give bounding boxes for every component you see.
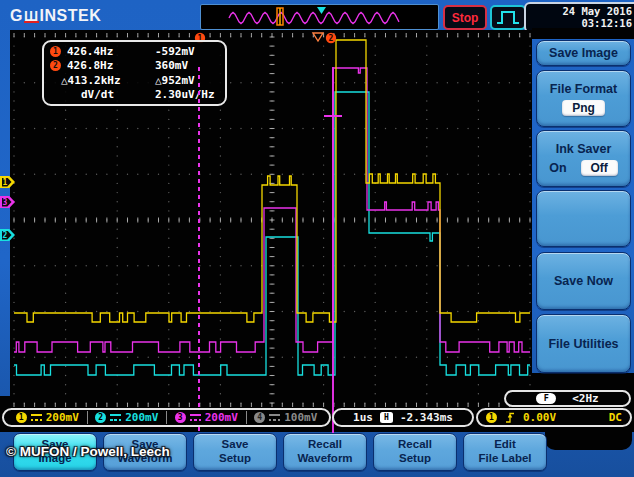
dvdt-readout: dV/dt 2.30uV/Hz — [50, 88, 219, 103]
ch3-icon: 3 — [175, 412, 186, 423]
display-corner-notch — [545, 428, 632, 450]
sidebar-button-save-now[interactable]: Save Now — [536, 252, 631, 310]
trigger-mode-indicator — [490, 5, 526, 30]
delta-readout: △413.2kHz △952mV — [50, 73, 219, 88]
frequency-counter-icon: F — [536, 393, 556, 404]
file-format-value: Png — [562, 100, 605, 116]
ch4-vdiv: 100mV — [284, 411, 317, 424]
trigger-coupling: DC — [609, 411, 622, 424]
ch4-icon: 4 — [254, 412, 265, 423]
sidebar-button-ink-saver[interactable]: Ink Saver On Off — [536, 130, 631, 187]
timebase-readout: 1us H -2.343ms — [332, 408, 474, 427]
h-cursor-1-line[interactable] — [198, 67, 200, 433]
ch1-vdiv: 200mV — [46, 411, 79, 424]
menu-button-recall-waveform[interactable]: Recall Waveform — [283, 433, 367, 471]
horizontal-position-icon: H — [380, 412, 393, 423]
ch2-icon: 2 — [95, 412, 106, 423]
ch1-vdiv-readout: 1 200mV — [8, 411, 87, 424]
frequency-counter-readout: F <2Hz — [504, 390, 631, 407]
ch2-vdiv: 200mV — [125, 411, 158, 424]
delta-frequency: △413.2kHz — [61, 74, 155, 87]
menu-button-recall-setup[interactable]: Recall Setup — [373, 433, 457, 471]
cursor1-readout: 1 426.4Hz -592mV — [50, 44, 219, 59]
stop-label: Stop — [452, 11, 479, 25]
brand-logo-g: G — [10, 7, 23, 25]
svg-text:2: 2 — [329, 34, 334, 43]
frequency-counter-value: <2Hz — [572, 392, 599, 405]
rising-edge-icon — [504, 411, 516, 424]
pulse-icon — [494, 9, 522, 26]
trigger-level: 0.00V — [523, 411, 556, 424]
ch1-icon: 1 — [16, 412, 27, 423]
acquisition-preview-bar — [200, 4, 439, 30]
ch2-vdiv-readout: 2 200mV — [87, 411, 167, 424]
ch2-coupling-icon — [110, 414, 121, 421]
sidebar-button-save-image[interactable]: Save Image — [536, 40, 631, 66]
ch3-vdiv: 200mV — [205, 411, 238, 424]
timebase-value: 1us — [353, 411, 373, 424]
cursor1-marker-icon: 1 — [50, 46, 61, 57]
run-stop-status: Stop — [443, 5, 487, 30]
sidebar-button-file-format[interactable]: File Format Png — [536, 70, 631, 127]
cursor2-frequency: 426.8Hz — [67, 59, 155, 72]
menu-button-save-setup[interactable]: Save Setup — [193, 433, 277, 471]
ink-saver-off-option[interactable]: Off — [581, 160, 618, 176]
ch1-coupling-icon — [31, 414, 42, 421]
ink-saver-on-option[interactable]: On — [549, 161, 566, 175]
cursor1-frequency: 426.4Hz — [67, 45, 155, 58]
brand-logo: GШINSTEK — [10, 7, 101, 25]
date-text: 24 May 2016 — [526, 5, 632, 17]
brand-logo-w: Ш — [24, 8, 39, 24]
ch3-vdiv-readout: 3 200mV — [166, 411, 246, 424]
h-cursor-2-line[interactable] — [332, 67, 334, 433]
cursor2-voltage: 360mV — [155, 59, 188, 72]
horizontal-position-value: -2.343ms — [400, 411, 453, 424]
ch3-coupling-icon — [190, 414, 201, 421]
bezel-black-strip — [532, 28, 634, 39]
credit-watermark: © MUFON / Powell, Leech — [6, 444, 170, 459]
sidebar-button-blank[interactable] — [536, 190, 631, 247]
cursor2-readout: 2 426.8Hz 360mV — [50, 59, 219, 74]
ch4-coupling-icon — [269, 414, 280, 421]
sidebar-button-file-utilities[interactable]: File Utilities — [536, 314, 631, 373]
scope-graticule-display: 12 1 426.4Hz -592mV 2 426.8Hz 360mV △413… — [10, 30, 532, 430]
ch4-vdiv-readout: 4 100mV — [246, 411, 326, 424]
menu-button-edit-file-label[interactable]: Edit File Label — [463, 433, 547, 471]
cursor1-voltage: -592mV — [155, 45, 195, 58]
trigger-source-icon: 1 — [486, 412, 497, 423]
brand-logo-rest: INSTEK — [40, 7, 102, 25]
dvdt-value: 2.30uV/Hz — [155, 88, 215, 101]
trigger-readout: 1 0.00V DC — [476, 408, 632, 427]
delta-voltage: △952mV — [155, 74, 195, 87]
dvdt-label: dV/dt — [67, 88, 155, 101]
cursor2-marker-icon: 2 — [50, 60, 61, 71]
channel-settings-bar: 1 200mV 2 200mV 3 200mV 4 100mV — [2, 408, 331, 427]
preview-waveform-icon — [201, 5, 438, 29]
